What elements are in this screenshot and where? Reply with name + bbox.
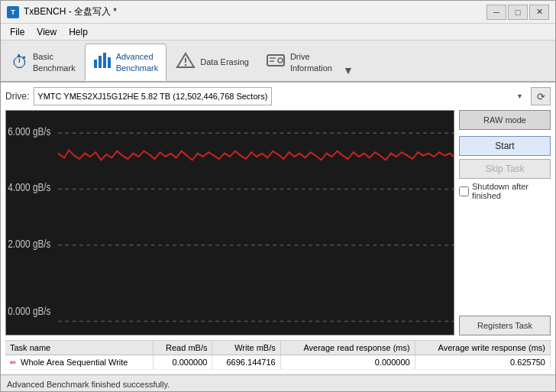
drive-label: Drive: xyxy=(5,91,29,102)
rawmode-button[interactable]: RAW mode xyxy=(459,110,551,130)
task-icon: ✏ xyxy=(10,358,16,367)
cell-write: 6696.144716 xyxy=(212,355,280,370)
content-area: 6.000 gB/s 4.000 gB/s 2.000 gB/s 0.000 g… xyxy=(5,110,551,335)
cell-read: 0.000000 xyxy=(153,355,212,370)
table-body: ✏ Whole Area Sequential Write 0.000000 6… xyxy=(5,355,551,370)
svg-rect-2 xyxy=(103,53,106,68)
menu-bar: File View Help xyxy=(1,24,555,40)
col-read: Read mB/s xyxy=(153,341,212,355)
skip-task-button[interactable]: Skip Task xyxy=(459,159,551,179)
drive-row: Drive: YMTC YMES2XJ15G12HE 5.82 TB (12,5… xyxy=(5,87,551,105)
drive-refresh-button[interactable]: ⟳ xyxy=(531,87,551,105)
toolbar-more-button[interactable]: ▼ xyxy=(341,44,354,81)
close-button[interactable]: ✕ xyxy=(529,5,549,20)
drive-information-label: DriveInformation xyxy=(290,51,332,73)
tab-advanced-benchmark[interactable]: AdvancedBenchmark xyxy=(85,44,167,81)
table-row: ✏ Whole Area Sequential Write 0.000000 6… xyxy=(5,355,551,370)
col-task-name: Task name xyxy=(5,341,153,355)
status-bar: Advanced Benchmark finished successfully… xyxy=(1,374,555,392)
menu-help[interactable]: Help xyxy=(63,25,94,39)
register-label: Registers Task xyxy=(477,321,532,330)
maximize-button[interactable]: □ xyxy=(508,5,528,20)
svg-rect-3 xyxy=(108,57,111,68)
toolbar: ⏱ BasicBenchmark AdvancedBenchmark Data … xyxy=(1,40,555,83)
svg-text:4.000 gB/s: 4.000 gB/s xyxy=(8,181,50,194)
col-write: Write mB/s xyxy=(212,341,280,355)
tab-data-erasing[interactable]: Data Erasing xyxy=(168,44,257,81)
cell-task-name: ✏ Whole Area Sequential Write xyxy=(5,355,153,370)
svg-rect-0 xyxy=(94,60,97,68)
tab-drive-information[interactable]: DriveInformation xyxy=(258,44,340,81)
basic-benchmark-label: BasicBenchmark xyxy=(33,51,76,73)
drive-select[interactable]: YMTC YMES2XJ15G12HE 5.82 TB (12,502,446,… xyxy=(34,87,272,105)
cell-avg-write: 0.625750 xyxy=(415,355,550,370)
svg-text:0.000 gB/s: 0.000 gB/s xyxy=(8,304,50,317)
col-avg-read: Average read response (ms) xyxy=(280,341,415,355)
menu-file[interactable]: File xyxy=(4,25,31,39)
window-controls: ─ □ ✕ xyxy=(486,5,549,20)
svg-rect-1 xyxy=(99,56,102,68)
benchmark-table: Task name Read mB/s Write mB/s Average r… xyxy=(5,341,551,370)
col-avg-write: Average write response (ms) xyxy=(415,341,550,355)
register-task-button[interactable]: Registers Task xyxy=(459,316,551,335)
benchmark-chart: 6.000 gB/s 4.000 gB/s 2.000 gB/s 0.000 g… xyxy=(6,111,454,335)
advanced-benchmark-label: AdvancedBenchmark xyxy=(116,51,159,73)
svg-rect-11 xyxy=(6,111,454,335)
svg-text:6.000 gB/s: 6.000 gB/s xyxy=(8,125,50,138)
app-icon: T xyxy=(7,6,19,18)
task-name: Whole Area Sequential Write xyxy=(21,358,128,367)
svg-point-6 xyxy=(185,63,186,65)
rawmode-label: RAW mode xyxy=(483,115,526,125)
title-bar: T TxBENCH - 全盘写入 * ─ □ ✕ xyxy=(1,1,555,24)
drive-information-icon xyxy=(266,52,286,73)
data-erasing-label: Data Erasing xyxy=(200,57,249,67)
advanced-benchmark-icon xyxy=(93,52,112,73)
shutdown-checkbox[interactable] xyxy=(459,186,469,196)
svg-rect-7 xyxy=(267,55,284,66)
minimize-button[interactable]: ─ xyxy=(486,5,506,20)
skip-label: Skip Task xyxy=(485,164,524,174)
results-table: Task name Read mB/s Write mB/s Average r… xyxy=(5,340,551,370)
drive-select-wrap: YMTC YMES2XJ15G12HE 5.82 TB (12,502,446,… xyxy=(34,87,526,105)
refresh-icon: ⟳ xyxy=(537,91,545,102)
tab-basic-benchmark[interactable]: ⏱ BasicBenchmark xyxy=(4,44,83,81)
table-header-row: Task name Read mB/s Write mB/s Average r… xyxy=(5,341,551,355)
start-button[interactable]: Start xyxy=(459,136,551,156)
start-label: Start xyxy=(495,141,514,151)
basic-benchmark-icon: ⏱ xyxy=(11,53,28,73)
svg-text:2.000 gB/s: 2.000 gB/s xyxy=(8,237,50,250)
right-panel: RAW mode Start Skip Task Shutdown after … xyxy=(459,110,551,335)
status-text: Advanced Benchmark finished successfully… xyxy=(7,380,170,389)
right-spacer xyxy=(459,203,551,313)
shutdown-label: Shutdown after finished xyxy=(472,182,551,200)
main-area: Drive: YMTC YMES2XJ15G12HE 5.82 TB (12,5… xyxy=(1,83,555,374)
chart-panel: 6.000 gB/s 4.000 gB/s 2.000 gB/s 0.000 g… xyxy=(5,110,454,335)
window-title: TxBENCH - 全盘写入 * xyxy=(24,5,486,18)
data-erasing-icon xyxy=(176,52,196,73)
menu-view[interactable]: View xyxy=(31,25,63,39)
cell-avg-read: 0.000000 xyxy=(280,355,415,370)
shutdown-row: Shutdown after finished xyxy=(459,182,551,200)
svg-point-8 xyxy=(278,58,283,63)
